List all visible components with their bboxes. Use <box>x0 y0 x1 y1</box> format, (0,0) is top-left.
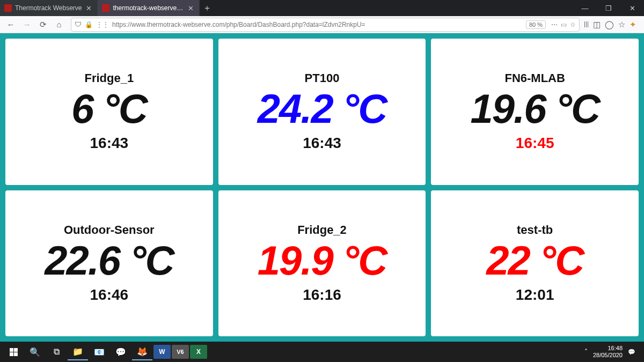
permissions-icon[interactable]: ⋮⋮ <box>96 21 109 28</box>
reader-mode-icon[interactable]: ▭ <box>561 21 567 28</box>
sensor-name: Fridge_1 <box>84 71 134 85</box>
start-button[interactable] <box>3 343 24 360</box>
reload-button[interactable]: ⟳ <box>35 17 50 32</box>
browser-tab-strip: Thermotrack Webserve ✕ thermotrack-webse… <box>0 0 644 16</box>
lock-icon[interactable]: 🔒 <box>85 21 93 28</box>
browser-tab-1[interactable]: thermotrack-webserve.com/ph ✕ <box>98 0 200 16</box>
url-text: https://www.thermotrack-webserve.com/php… <box>112 21 523 28</box>
sensor-value: 22 °C <box>486 240 583 281</box>
task-view-icon[interactable]: ⧉ <box>46 343 67 360</box>
clock[interactable]: 16:48 <box>593 345 623 352</box>
sensor-name: Fridge_2 <box>297 223 347 237</box>
tray-overflow-icon[interactable]: ˄ <box>584 348 588 356</box>
home-button[interactable]: ⌂ <box>52 17 67 32</box>
windows-taskbar: 🔍 ⧉ 📁 📧 💬 🦊 W V6 X ˄ 16:48 28/05/2020 💬 <box>0 342 644 362</box>
app-v6-icon[interactable]: V6 <box>172 345 189 359</box>
date[interactable]: 28/05/2020 <box>593 352 623 359</box>
sensor-value: 24.2 °C <box>258 88 386 129</box>
sensor-card-outdoor-sensor[interactable]: Outdoor-Sensor 22.6 °C 16:46 <box>5 190 213 337</box>
sensor-value: 6 °C <box>71 88 147 129</box>
new-tab-button[interactable]: ＋ <box>200 0 215 16</box>
extension-icon[interactable]: ☆ <box>618 20 625 29</box>
favicon-icon <box>4 4 12 12</box>
zoom-indicator[interactable]: 80 % <box>526 20 546 29</box>
favicon-icon <box>102 4 109 12</box>
tracking-shield-icon[interactable]: 🛡 <box>75 20 82 28</box>
back-button[interactable]: ← <box>3 17 18 32</box>
sensor-card-test-tb[interactable]: test-tb 22 °C 12:01 <box>431 190 639 337</box>
file-explorer-icon[interactable]: 📁 <box>68 343 88 360</box>
close-tab-icon[interactable]: ✕ <box>85 4 93 12</box>
notifications-icon[interactable]: 💬 <box>628 349 635 356</box>
sensor-time: 16:43 <box>90 135 129 152</box>
tab-label: Thermotrack Webserve <box>15 4 82 12</box>
excel-icon[interactable]: X <box>190 345 207 359</box>
page-actions-icon[interactable]: ⋯ <box>551 21 558 28</box>
chat-icon[interactable]: 💬 <box>111 343 131 360</box>
sensor-name: test-tb <box>517 223 553 237</box>
mail-icon[interactable]: 📧 <box>89 343 109 360</box>
sensor-name: PT100 <box>305 71 340 85</box>
close-window-button[interactable]: ✕ <box>620 0 644 16</box>
sensor-card-fn6-mlab[interactable]: FN6-MLAB 19.6 °C 16:45 <box>431 39 639 185</box>
sensor-time: 12:01 <box>516 286 554 304</box>
sensor-value: 19.6 °C <box>471 88 599 129</box>
system-tray: ˄ 16:48 28/05/2020 💬 <box>584 345 641 358</box>
close-tab-icon[interactable]: ✕ <box>187 4 195 12</box>
account-icon[interactable]: ◯ <box>605 20 614 29</box>
sensor-time: 16:43 <box>303 135 341 152</box>
maximize-button[interactable]: ❐ <box>597 0 620 16</box>
bookmark-star-icon[interactable]: ☆ <box>570 21 576 28</box>
sensor-card-fridge-1[interactable]: Fridge_1 6 °C 16:43 <box>5 39 213 185</box>
library-icon[interactable]: ꔖ <box>584 20 589 29</box>
extension-icon-2[interactable]: ✦ <box>630 20 636 29</box>
sensor-time: 16:45 <box>516 135 554 152</box>
sidebar-icon[interactable]: ◫ <box>593 20 601 29</box>
sensor-name: Outdoor-Sensor <box>64 223 155 237</box>
sensor-time: 16:16 <box>303 286 341 304</box>
forward-button[interactable]: → <box>19 17 34 32</box>
dashboard-grid: Fridge_1 6 °C 16:43 PT100 24.2 °C 16:43 … <box>0 33 644 342</box>
browser-tab-0[interactable]: Thermotrack Webserve ✕ <box>0 0 98 16</box>
address-bar[interactable]: 🛡 🔒 ⋮⋮ https://www.thermotrack-webserve.… <box>71 18 580 32</box>
sensor-value: 19.9 °C <box>258 240 386 281</box>
tab-label: thermotrack-webserve.com/ph <box>113 4 184 12</box>
search-icon[interactable]: 🔍 <box>25 343 45 360</box>
minimize-button[interactable]: — <box>573 0 597 16</box>
sensor-time: 16:46 <box>90 286 129 304</box>
firefox-icon[interactable]: 🦊 <box>132 343 152 360</box>
sensor-card-pt100[interactable]: PT100 24.2 °C 16:43 <box>218 39 426 185</box>
sensor-card-fridge-2[interactable]: Fridge_2 19.9 °C 16:16 <box>218 190 426 337</box>
sensor-value: 22.6 °C <box>45 240 173 281</box>
word-icon[interactable]: W <box>153 345 171 359</box>
sensor-name: FN6-MLAB <box>504 71 565 85</box>
browser-toolbar: ← → ⟳ ⌂ 🛡 🔒 ⋮⋮ https://www.thermotrack-w… <box>0 16 644 33</box>
